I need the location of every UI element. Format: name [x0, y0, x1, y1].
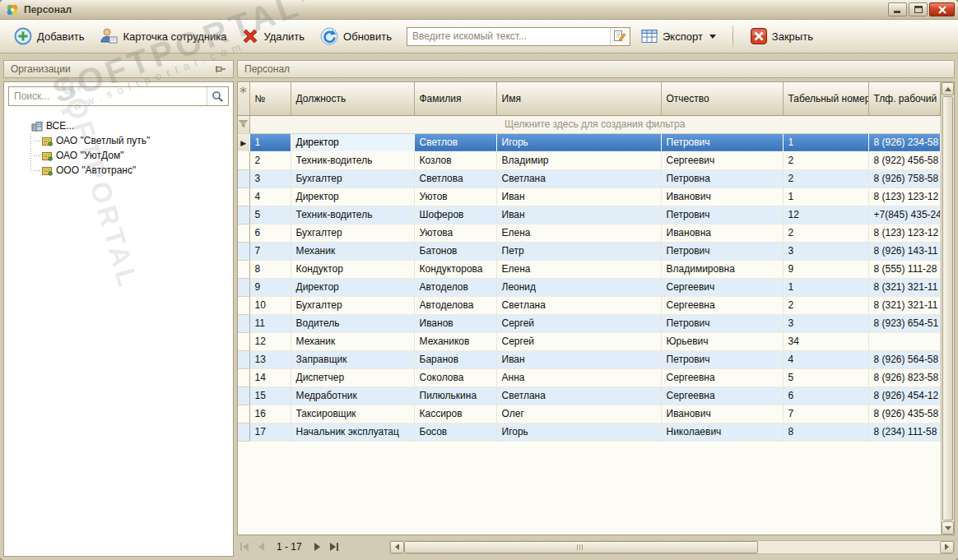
grid-cell[interactable]: 3: [249, 169, 291, 187]
grid-cell[interactable]: Елена: [496, 224, 661, 242]
grid-cell[interactable]: 3: [783, 242, 868, 260]
grid-cell[interactable]: 8 (321) 321-11: [868, 278, 941, 296]
grid-cell[interactable]: Автоделов: [414, 278, 496, 296]
grid-row[interactable]: 16ТаксировщикКассировОлегИванович78 (926…: [238, 405, 941, 423]
last-record-button[interactable]: [327, 540, 342, 553]
grid-row[interactable]: 6БухгалтерУютоваЕленаИвановна28 (123) 12…: [238, 224, 941, 242]
grid-cell[interactable]: Петрович: [661, 242, 783, 260]
grid-cell[interactable]: 5: [783, 368, 868, 386]
grid-cell[interactable]: 6: [249, 224, 291, 242]
grid-cell[interactable]: 3: [783, 314, 868, 332]
filter-hint[interactable]: Щелкните здесь для создания фильтра: [249, 115, 941, 133]
grid-cell[interactable]: Владимир: [496, 151, 661, 169]
grid-cell[interactable]: 2: [783, 169, 868, 187]
grid-cell[interactable]: Светлов: [414, 133, 496, 151]
grid-cell[interactable]: Начальник эксплуатац: [291, 423, 414, 441]
search-icon[interactable]: [207, 87, 228, 105]
sidebar-search-input[interactable]: [9, 87, 207, 105]
first-record-button[interactable]: [237, 540, 252, 553]
grid-cell[interactable]: 8 (926) 564-58: [868, 350, 941, 368]
grid-cell[interactable]: 10: [249, 296, 291, 314]
grid-cell[interactable]: Иванович: [661, 187, 783, 206]
grid-cell[interactable]: 34: [783, 332, 868, 350]
grid-cell[interactable]: Кондукторова: [414, 260, 496, 278]
grid-cell[interactable]: Сергеевич: [661, 278, 783, 296]
grid-cell[interactable]: Леонид: [496, 278, 661, 296]
vertical-scroll-thumb[interactable]: [942, 96, 953, 521]
grid-cell[interactable]: Иванович: [661, 405, 783, 423]
column-header-0[interactable]: №: [249, 82, 291, 115]
grid-cell[interactable]: Анна: [496, 368, 661, 386]
grid-cell[interactable]: Сергей: [496, 332, 661, 350]
grid-cell[interactable]: Петрович: [661, 133, 783, 151]
grid-cell[interactable]: Батонов: [414, 242, 496, 260]
grid-cell[interactable]: Елена: [496, 260, 661, 278]
grid-cell[interactable]: Козлов: [414, 151, 496, 169]
column-header-2[interactable]: Фамилия: [414, 82, 496, 115]
grid-cell[interactable]: 8 (926) 234-58: [868, 133, 941, 151]
grid-row[interactable]: 14ДиспетчерСоколоваАннаСергеевна58 (926)…: [238, 368, 941, 386]
delete-button[interactable]: Удалить: [236, 25, 309, 48]
grid-cell[interactable]: 2: [249, 151, 291, 169]
grid-row[interactable]: 2Техник-водительКозловВладимирСергеевич2…: [238, 151, 941, 169]
column-header-5[interactable]: Табельный номер: [783, 82, 868, 115]
grid-cell[interactable]: Сергеевич: [661, 151, 783, 169]
grid-row[interactable]: 17Начальник эксплуатацБосовИгорьНиколаев…: [238, 423, 941, 441]
export-button[interactable]: Экспорт: [635, 25, 721, 48]
grid-row[interactable]: 7МеханикБатоновПетрПетрович38 (926) 143-…: [238, 242, 941, 260]
grid-cell[interactable]: +7(845) 435-24: [868, 206, 941, 224]
grid-cell[interactable]: Директор: [291, 133, 414, 151]
grid-cell[interactable]: Уютов: [414, 187, 496, 206]
scroll-down-icon[interactable]: [942, 521, 954, 535]
tree-item-0[interactable]: ВСЕ...: [7, 118, 230, 133]
column-header-6[interactable]: Тлф. рабочий: [868, 82, 941, 115]
grid-row[interactable]: ▶1ДиректорСветловИгорьПетрович18 (926) 2…: [238, 133, 941, 151]
grid-cell[interactable]: 8 (123) 123-12: [868, 224, 941, 242]
employee-card-button[interactable]: Карточка сотрудника: [94, 24, 231, 49]
grid-row[interactable]: 11ВодительИвановСергейПетрович38 (923) 6…: [238, 314, 941, 332]
grid-row[interactable]: 15МедработникПилюлькинаСветланаСергеевна…: [238, 386, 941, 405]
grid-cell[interactable]: Соколова: [414, 368, 496, 386]
grid-cell[interactable]: Таксировщик: [291, 405, 414, 423]
grid-cell[interactable]: 8 (926) 143-11: [868, 242, 941, 260]
grid-cell[interactable]: Светлова: [414, 169, 496, 187]
grid-cell[interactable]: 6: [783, 386, 868, 405]
grid-cell[interactable]: 8 (926) 435-58: [868, 405, 941, 423]
grid-cell[interactable]: Светлана: [496, 386, 661, 405]
grid-cell[interactable]: Босов: [414, 423, 496, 441]
grid-cell[interactable]: 8: [783, 423, 868, 441]
tree-item-2[interactable]: ОАО "УютДом": [7, 148, 230, 163]
grid-cell[interactable]: 8 (926) 823-58: [868, 368, 941, 386]
grid-cell[interactable]: Светлана: [496, 296, 661, 314]
grid-cell[interactable]: Петровна: [661, 169, 783, 187]
tree-item-3[interactable]: ООО "Автотранс": [7, 163, 230, 178]
scroll-left-icon[interactable]: [390, 541, 404, 553]
minimize-button[interactable]: [888, 2, 907, 16]
grid-cell[interactable]: Петрович: [661, 206, 783, 224]
grid-cell[interactable]: Директор: [291, 187, 414, 206]
horizontal-scroll-track[interactable]: [404, 541, 940, 553]
close-window-button[interactable]: [929, 2, 955, 16]
grid-cell[interactable]: Уютова: [414, 224, 496, 242]
grid-cell[interactable]: Кондуктор: [291, 260, 414, 278]
grid-row[interactable]: 4ДиректорУютовИванИванович18 (123) 123-1…: [238, 187, 941, 206]
grid-cell[interactable]: [868, 332, 941, 350]
scroll-up-icon[interactable]: [942, 82, 954, 95]
grid-cell[interactable]: Николаевич: [661, 423, 783, 441]
grid-cell[interactable]: Светлана: [496, 169, 661, 187]
grid-cell[interactable]: Водитель: [291, 314, 414, 332]
grid-cell[interactable]: 4: [783, 350, 868, 368]
column-header-4[interactable]: Отчество: [661, 82, 783, 115]
grid-cell[interactable]: 1: [783, 133, 868, 151]
grid-cell[interactable]: Игорь: [496, 133, 661, 151]
grid-cell[interactable]: 14: [249, 368, 291, 386]
grid-cell[interactable]: Петрович: [661, 314, 783, 332]
grid-cell[interactable]: 8 (926) 758-58: [868, 169, 941, 187]
grid-cell[interactable]: Бухгалтер: [291, 169, 414, 187]
grid-cell[interactable]: Сергеевна: [661, 296, 783, 314]
grid-row[interactable]: 12МеханикМеханиковСергейЮрьевич34: [238, 332, 941, 350]
grid-cell[interactable]: 1: [249, 133, 291, 151]
grid-row[interactable]: 9ДиректорАвтоделовЛеонидСергеевич18 (321…: [238, 278, 941, 296]
grid-cell[interactable]: Иван: [496, 187, 661, 206]
grid-cell[interactable]: Техник-водитель: [291, 151, 414, 169]
